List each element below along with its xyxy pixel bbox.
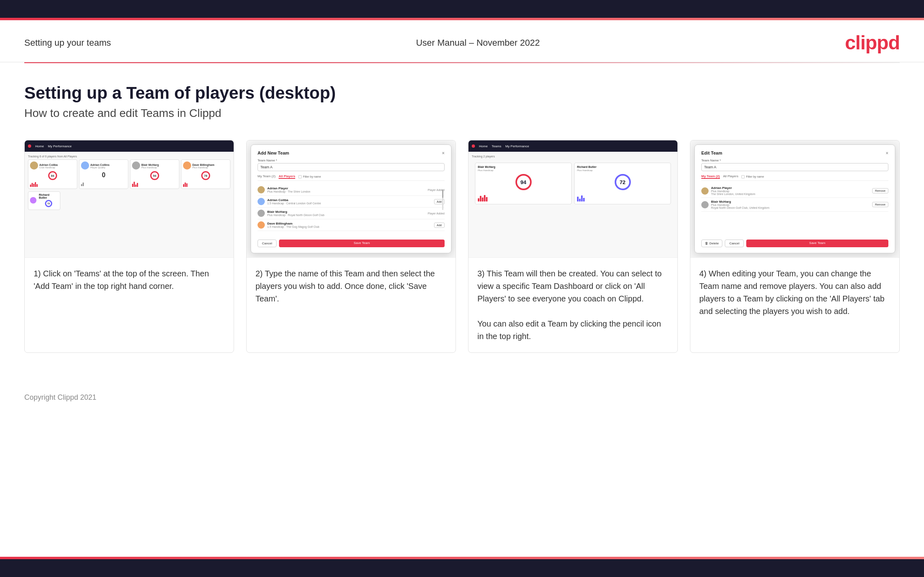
player-1-handicap: Club Handicap xyxy=(39,166,58,169)
card-1-bottom-player: Richard Butler 72 xyxy=(28,191,60,210)
modal-title-row: Add New Team × xyxy=(258,151,445,155)
team-name-input[interactable]: Team A xyxy=(258,163,445,171)
edit-player-0-name: Adrian Player xyxy=(711,186,870,190)
player-1-bars xyxy=(30,181,75,187)
player-0-info: Adrian Player Plus Handicap · The Shire … xyxy=(267,187,425,193)
bar-3 xyxy=(482,197,483,202)
edit-player-0-remove-btn[interactable]: Remove xyxy=(872,188,888,193)
bar-3 xyxy=(135,185,136,187)
cancel-button[interactable]: Cancel xyxy=(258,240,277,247)
modal-close-btn[interactable]: × xyxy=(442,151,445,155)
player-2-name: Adrian Collins xyxy=(90,163,109,166)
player-2-handicap: Player Quality xyxy=(90,166,109,169)
bar-5 xyxy=(486,197,488,202)
header-center-text: User Manual – November 2022 xyxy=(416,38,540,48)
bar-1 xyxy=(577,197,579,202)
card-3-filter: Tracking 2 players xyxy=(472,155,674,158)
edit-player-1-avatar xyxy=(701,201,709,208)
player-3-add-btn[interactable]: Add xyxy=(434,223,445,228)
footer-copyright: Copyright Clippd 2021 xyxy=(24,393,96,401)
edit-my-team-tab[interactable]: My Team (2) xyxy=(701,174,720,179)
edit-filter-checkbox[interactable] xyxy=(741,175,745,178)
card-1-player-4: Dave Billingham Plus Handicap 78 xyxy=(181,159,230,189)
player-2-action: Player Added xyxy=(428,212,445,215)
filter-text: Filter by name xyxy=(303,175,321,178)
player-2-club: Plus Handicap · Royal North Devon Golf C… xyxy=(267,214,425,216)
player-3-info: Dave Billingham 1.5 Handicap · The Gog M… xyxy=(267,222,432,228)
player-1-avatar xyxy=(258,198,265,205)
nav-logo-dot-3 xyxy=(472,144,475,148)
filter-checkbox[interactable] xyxy=(298,175,302,178)
score-card-richard: Richard Butler Plus Handicap 72 xyxy=(574,163,671,204)
player-2-name: Blair McHarg xyxy=(267,210,425,214)
player-3-name: Dave Billingham xyxy=(267,222,432,225)
player-row-3: Dave Billingham 1.5 Handicap · The Gog M… xyxy=(258,219,445,231)
nav-performance-3: My Performance xyxy=(505,144,529,148)
nav-home-3: Home xyxy=(479,144,488,148)
player-2-score: 0 xyxy=(81,172,126,179)
edit-player-row-0: Adrian Player Plus Handicap The Shire Lo… xyxy=(701,184,888,198)
score-circle-blair: 94 xyxy=(515,174,532,190)
my-team-tab[interactable]: My Team (2) xyxy=(258,174,275,179)
blair-bars xyxy=(478,193,569,202)
card-1-description: 1) Click on 'Teams' at the top of the sc… xyxy=(34,269,209,291)
card-1-content: Tracking 6 of 6 players from All Players… xyxy=(25,152,234,257)
trash-icon: 🗑 xyxy=(705,242,708,245)
bar-3 xyxy=(33,184,34,187)
save-team-button[interactable]: Save Team xyxy=(279,240,445,247)
edit-player-0-avatar xyxy=(701,187,709,195)
bar-2 xyxy=(83,182,84,186)
delete-button[interactable]: 🗑 Delete xyxy=(701,240,722,247)
card-2-screenshot: Add New Team × Team Name * Team A My Tea… xyxy=(247,140,456,258)
player-2-avatar xyxy=(258,210,265,217)
card-3-nav-bar: Home Teams My Performance xyxy=(468,140,677,152)
card-1-filter-label: Tracking 6 of 6 players from All Players xyxy=(28,155,230,158)
edit-team-name-label: Team Name * xyxy=(701,159,888,162)
edit-modal-title-row: Edit Team × xyxy=(701,151,888,155)
bar-1 xyxy=(478,198,479,202)
edit-team-name-input[interactable]: Team A xyxy=(701,163,888,171)
card-2-description: 2) Type the name of this Team and then s… xyxy=(255,269,435,303)
edit-team-modal: Edit Team × Team Name * Team A My Team (… xyxy=(694,144,895,253)
player-list-scrollbar[interactable] xyxy=(442,189,443,210)
card-3-app-mock: Home Teams My Performance Tracking 2 pla… xyxy=(468,140,677,257)
add-new-team-modal: Add New Team × Team Name * Team A My Tea… xyxy=(251,144,451,253)
top-bar xyxy=(0,0,924,18)
edit-player-0-detail2: The Shire London, United Kingdom xyxy=(711,193,870,195)
bar-1 xyxy=(30,185,31,187)
edit-modal-title-text: Edit Team xyxy=(701,151,722,155)
player-0-name: Adrian Player xyxy=(267,187,425,190)
richard-bars xyxy=(577,193,668,202)
score-card-richard-handicap: Plus Handicap xyxy=(577,169,668,172)
player-3-avatar xyxy=(258,221,265,229)
card-2: Add New Team × Team Name * Team A My Tea… xyxy=(246,140,456,353)
card-1-player-3: Blair McHarg Plus Handicap 94 xyxy=(130,159,179,189)
edit-filter-label: Filter by name xyxy=(741,174,764,179)
bottom-player-avatar xyxy=(30,197,36,204)
all-players-tab[interactable]: All Players xyxy=(279,174,295,179)
edit-all-players-tab[interactable]: All Players xyxy=(723,174,739,179)
bar-2 xyxy=(579,199,581,202)
bar-3 xyxy=(186,183,187,187)
edit-cancel-button[interactable]: Cancel xyxy=(725,240,744,247)
edit-save-team-button[interactable]: Save Team xyxy=(746,240,888,247)
player-4-score: 78 xyxy=(201,171,210,180)
player-4-name: Dave Billingham xyxy=(192,163,214,166)
player-3-handicap: Plus Handicap xyxy=(141,166,159,169)
edit-player-1-info: Blair McHarg Plus Handicap Royal North D… xyxy=(711,200,870,209)
bar-3 xyxy=(581,195,583,202)
bar-2 xyxy=(185,182,186,187)
edit-player-row-1: Blair McHarg Plus Handicap Royal North D… xyxy=(701,198,888,212)
edit-modal-close-btn[interactable]: × xyxy=(886,151,888,155)
edit-player-list: Adrian Player Plus Handicap The Shire Lo… xyxy=(701,184,888,236)
edit-player-1-remove-btn[interactable]: Remove xyxy=(872,202,888,207)
edit-filter-text: Filter by name xyxy=(746,175,764,178)
filter-label: Filter by name xyxy=(298,174,321,179)
player-3-avatar xyxy=(132,161,140,170)
card-3-content: Tracking 2 players Blair McHarg Plus Han… xyxy=(468,152,677,257)
score-circle-richard: 72 xyxy=(615,174,631,190)
nav-logo-dot xyxy=(28,144,31,148)
player-1-name: Adrian Coliba xyxy=(267,198,432,202)
edit-player-0-detail1: Plus Handicap xyxy=(711,190,870,193)
bar-2 xyxy=(480,196,481,202)
